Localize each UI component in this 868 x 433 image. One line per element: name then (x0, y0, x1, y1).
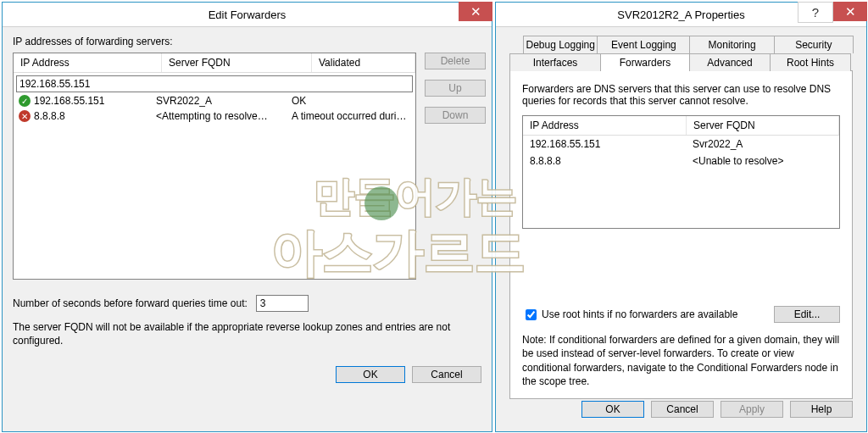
use-root-hints-label: Use root hints if no forwarders are avai… (542, 308, 774, 320)
delete-button[interactable]: Delete (425, 53, 486, 69)
tabstrip: Debug Logging Event Logging Monitoring S… (509, 36, 853, 399)
status-ok-icon: ✓ (19, 95, 31, 107)
down-button[interactable]: Down (425, 107, 486, 124)
timeout-input[interactable] (256, 295, 309, 312)
help-button[interactable]: ? (798, 2, 833, 23)
titlebar[interactable]: Edit Forwarders ✕ (3, 3, 492, 27)
edit-forwarders-dialog: Edit Forwarders ✕ IP addresses of forwar… (2, 2, 492, 432)
tab-monitoring[interactable]: Monitoring (689, 36, 774, 53)
listview-header: IP Address Server FQDN Validated (14, 53, 415, 73)
ok-button[interactable]: OK (336, 366, 405, 383)
forwarders-listview[interactable]: IP Address Server FQDN Validated ✓ 192.1… (13, 53, 416, 280)
tab-root-hints[interactable]: Root Hints (770, 53, 851, 71)
apply-button[interactable]: Apply (721, 401, 783, 418)
cell-fqdn: <Attempting to resolve… (156, 110, 288, 122)
forwarders-label: IP addresses of forwarding servers: (13, 36, 481, 47)
tab-event-logging[interactable]: Event Logging (597, 36, 690, 53)
listview-header: IP Address Server FQDN (523, 116, 839, 136)
status-error-icon: ✕ (19, 110, 31, 122)
edit-button[interactable]: Edit... (774, 306, 840, 323)
use-root-hints-checkbox[interactable] (526, 309, 537, 320)
tab-advanced[interactable]: Advanced (689, 53, 771, 71)
tab-debug-logging[interactable]: Debug Logging (523, 36, 598, 53)
cancel-button[interactable]: Cancel (651, 401, 714, 418)
cell-ip: 8.8.8.8 (34, 110, 153, 122)
help-button[interactable]: Help (790, 401, 853, 418)
col-ip[interactable]: IP Address (14, 53, 162, 72)
tab-interfaces[interactable]: Interfaces (509, 53, 601, 71)
forwarders-description: Forwarders are DNS servers that this ser… (522, 83, 840, 107)
cell-validated: A timeout occurred duri… (292, 110, 406, 122)
titlebar[interactable]: SVR2012R2_A Properties ? ✕ (496, 3, 866, 27)
forwarders-listview[interactable]: IP Address Server FQDN 192.168.55.151 Sv… (522, 115, 840, 229)
tab-security[interactable]: Security (774, 36, 854, 53)
list-item[interactable]: ✕ 8.8.8.8 <Attempting to resolve… A time… (15, 108, 414, 124)
col-fqdn[interactable]: Server FQDN (687, 116, 839, 135)
ok-button[interactable]: OK (581, 401, 644, 418)
properties-dialog: SVR2012R2_A Properties ? ✕ Debug Logging… (495, 2, 867, 432)
cell-validated: OK (292, 95, 306, 107)
col-fqdn[interactable]: Server FQDN (162, 53, 312, 72)
cell-fqdn: SVR2022_A (156, 95, 288, 107)
cell-ip: 192.168.55.151 (34, 95, 153, 107)
cell-ip: 8.8.8.8 (523, 153, 686, 169)
tabpage-forwarders: Forwarders are DNS servers that this ser… (509, 70, 853, 399)
close-button[interactable]: ✕ (833, 2, 867, 21)
window-title: Edit Forwarders (3, 8, 492, 21)
list-item[interactable]: 8.8.8.8 <Unable to resolve> (523, 153, 839, 169)
cancel-button[interactable]: Cancel (412, 366, 481, 383)
ip-input[interactable] (16, 75, 413, 92)
cell-fqdn: <Unable to resolve> (686, 153, 839, 169)
col-validated[interactable]: Validated (312, 53, 415, 72)
tab-forwarders[interactable]: Forwarders (600, 53, 690, 71)
fqdn-note: The server FQDN will not be available if… (13, 320, 481, 347)
conditional-forwarders-note: Note: If conditional forwarders are defi… (522, 333, 840, 388)
close-button[interactable]: ✕ (459, 2, 492, 21)
up-button[interactable]: Up (425, 80, 486, 97)
timeout-label: Number of seconds before forward queries… (13, 297, 248, 309)
list-item[interactable]: 192.168.55.151 Svr2022_A (523, 136, 839, 153)
list-item[interactable]: ✓ 192.168.55.151 SVR2022_A OK (15, 93, 414, 108)
cell-ip: 192.168.55.151 (523, 136, 686, 153)
cell-fqdn: Svr2022_A (686, 136, 839, 153)
col-ip[interactable]: IP Address (523, 116, 687, 135)
